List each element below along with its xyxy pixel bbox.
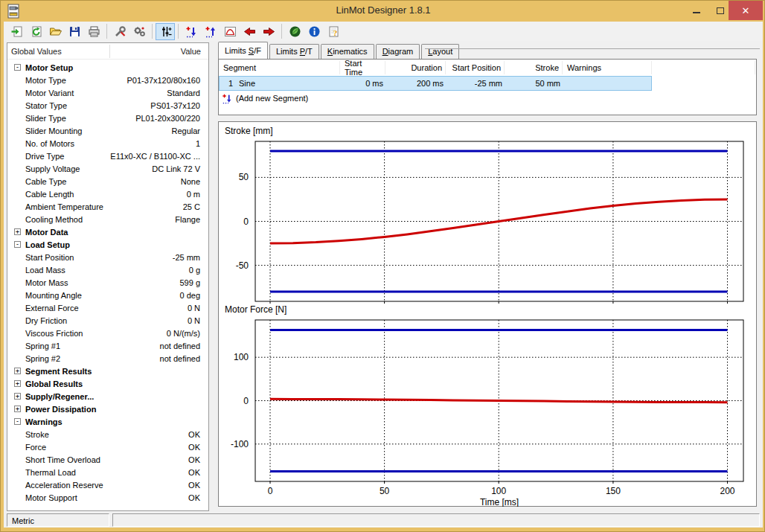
tree-row-supply-voltage[interactable]: Supply VoltageDC Link 72 V [7, 162, 208, 175]
tree-row-warnings[interactable]: -Warnings [7, 415, 208, 428]
tree-value: -25 mm [173, 253, 200, 262]
next-segment-button[interactable] [259, 23, 278, 40]
tree-row-slider-mounting[interactable]: Slider MountingRegular [7, 124, 208, 137]
prev-segment-button[interactable] [240, 23, 259, 40]
tree-value: not defined [160, 354, 200, 363]
collapse-icon[interactable]: - [14, 241, 21, 248]
close-button[interactable]: ✕ [729, 1, 763, 20]
tab-kinematics[interactable]: Kinematics [321, 44, 374, 59]
add-new-segment-row[interactable]: (Add new Segment) [219, 91, 756, 106]
tree-row-external-force[interactable]: External Force0 N [7, 301, 208, 314]
tree-row-supply-regener[interactable]: +Supply/Regener... [7, 390, 208, 403]
maximize-icon [717, 7, 724, 14]
segment-row-1[interactable]: 1Sine0 ms200 ms-25 mm50 mm [219, 76, 652, 91]
tree-value: 0 N [188, 304, 200, 313]
tree-row-dry-friction[interactable]: Dry Friction0 N [7, 314, 208, 327]
svg-text:?: ? [333, 28, 337, 36]
tree-value: None [181, 177, 200, 186]
stroke-cell: 50 mm [505, 79, 563, 88]
open-button[interactable] [45, 23, 65, 40]
import-button[interactable] [7, 23, 26, 40]
tree-row-power-dissipation[interactable]: +Power Dissipation [7, 403, 208, 415]
tree-row-global-results[interactable]: +Global Results [7, 377, 208, 390]
tree-row-stator-type[interactable]: Stator TypePS01-37x120 [7, 99, 208, 112]
tree-row-viscous-friction[interactable]: Viscous Friction0 N/(m/s) [7, 327, 208, 339]
statusbar: Metric [4, 513, 763, 528]
minimize-button[interactable] [685, 1, 708, 20]
tree-value: PL01-20x300/220 [135, 114, 200, 123]
info-button[interactable] [304, 23, 324, 40]
tree-row-no-of-motors[interactable]: No. of Motors1 [7, 137, 208, 150]
add-segment-button[interactable] [182, 23, 201, 40]
efficiency-icon [289, 25, 301, 38]
toolbar-separator [281, 24, 282, 39]
tree-row-motor-data[interactable]: +Motor Data [7, 225, 208, 238]
tree-label: Slider Type [25, 114, 66, 123]
tree-label: Warnings [25, 417, 63, 426]
tree-row-segment-results[interactable]: +Segment Results [7, 365, 208, 377]
tree-value: Standard [167, 89, 200, 97]
collapse-icon[interactable]: - [14, 64, 21, 71]
efficiency-button[interactable] [285, 23, 304, 40]
print-button[interactable] [84, 23, 103, 40]
help-button[interactable]: ? [324, 23, 343, 40]
tree-label: Segment Results [25, 367, 92, 376]
stroke-chart: 500-50 [220, 140, 757, 304]
tab-layout[interactable]: Layout [421, 44, 459, 59]
drive-config-button[interactable] [129, 23, 149, 40]
tree-value: 0 deg [179, 291, 200, 300]
tree-value: E11x0-XC / B1100-XC ... [110, 152, 200, 161]
help-icon: ? [327, 25, 340, 38]
expand-icon[interactable]: + [14, 368, 21, 374]
tree-row-spring-1[interactable]: Spring #1not defined [7, 339, 208, 352]
tree-row-stroke[interactable]: StrokeOK [7, 428, 208, 440]
tree-row-start-position[interactable]: Start Position-25 mm [7, 251, 208, 263]
expand-icon[interactable]: + [14, 380, 21, 387]
tree-label: Cooling Method [25, 215, 83, 224]
tab-limits-p-t[interactable]: Limits P/T [269, 44, 319, 59]
tree-row-spring-2[interactable]: Spring #2not defined [7, 352, 208, 365]
tree-row-load-mass[interactable]: Load Mass0 g [7, 263, 208, 276]
tree-row-cable-type[interactable]: Cable TypeNone [7, 175, 208, 188]
limits-button[interactable] [156, 23, 175, 40]
tree-row-acceleration-reserve[interactable]: Acceleration ReserveOK [7, 478, 208, 491]
insert-segment-button[interactable] [201, 23, 220, 40]
diagram-button[interactable] [220, 23, 240, 40]
motor-wizard-icon [114, 25, 127, 38]
tab-diagram[interactable]: Diagram [376, 44, 420, 59]
tree-row-motor-support[interactable]: Motor SupportOK [7, 491, 208, 504]
toolbar-separator [152, 24, 153, 39]
tree-row-motor-setup[interactable]: -Motor Setup [7, 61, 208, 74]
tree-label: Acceleration Reserve [25, 481, 103, 490]
force-chart-title: Motor Force [N] [225, 304, 287, 315]
tree-row-thermal-load[interactable]: Thermal LoadOK [7, 466, 208, 478]
tree-row-slider-type[interactable]: Slider TypePL01-20x300/220 [7, 112, 208, 124]
tree-value: Flange [175, 215, 200, 224]
info-icon [308, 25, 321, 38]
tree-row-drive-type[interactable]: Drive TypeE11x0-XC / B1100-XC ... [7, 150, 208, 162]
tree-label: Motor Mass [25, 278, 68, 287]
limits-icon [159, 25, 172, 38]
motor-wizard-button[interactable] [110, 23, 129, 40]
tree-row-load-setup[interactable]: -Load Setup [7, 238, 208, 251]
tree-row-motor-mass[interactable]: Motor Mass599 g [7, 276, 208, 289]
tree-row-ambient-temperature[interactable]: Ambient Temperature25 C [7, 200, 208, 213]
tree-row-cable-length[interactable]: Cable Length0 m [7, 188, 208, 200]
tree-row-mounting-angle[interactable]: Mounting Angle0 deg [7, 289, 208, 301]
tree-value: 1 [196, 139, 200, 148]
tree-value: OK [188, 481, 200, 490]
reload-button[interactable] [26, 23, 45, 40]
expand-icon[interactable]: + [14, 228, 21, 235]
tree-row-cooling-method[interactable]: Cooling MethodFlange [7, 213, 208, 225]
tree-label: Spring #1 [25, 342, 60, 350]
expand-icon[interactable]: + [14, 406, 21, 412]
expand-icon[interactable]: + [14, 393, 21, 400]
tree-row-force[interactable]: ForceOK [7, 440, 208, 453]
tab-limits-s-f[interactable]: Limits S/F [218, 42, 268, 59]
next-segment-icon [263, 25, 275, 38]
collapse-icon[interactable]: - [14, 418, 21, 425]
tree-row-motor-type[interactable]: Motor TypeP01-37x120/80x160 [7, 74, 208, 86]
save-button[interactable] [65, 23, 84, 40]
tree-row-motor-variant[interactable]: Motor VariantStandard [7, 86, 208, 99]
tree-row-short-time-overload[interactable]: Short Time OverloadOK [7, 453, 208, 466]
